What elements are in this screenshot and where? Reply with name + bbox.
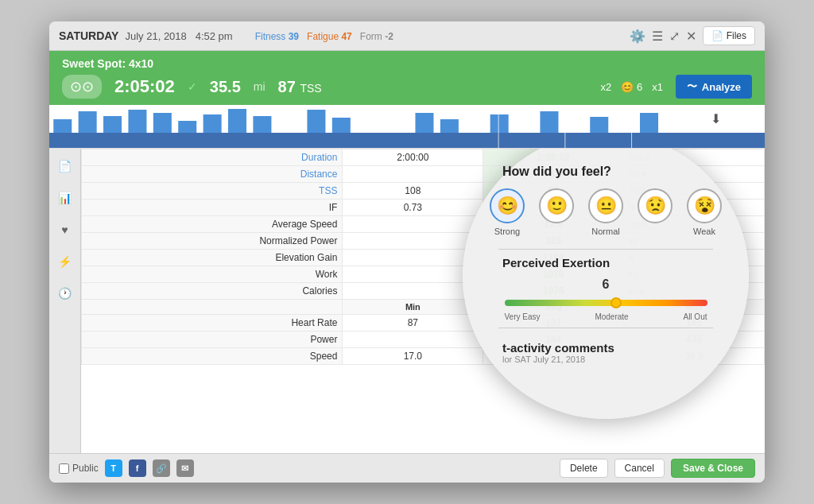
content-container: Duration 2:00:00 2:05:02 h:m:s Distance …: [81, 149, 765, 453]
svg-rect-13: [440, 119, 459, 133]
svg-rect-4: [128, 110, 146, 133]
tss-planned: 108: [343, 183, 483, 200]
public-checkbox-area[interactable]: Public: [59, 463, 99, 474]
if-label: IF: [82, 200, 343, 216]
post-activity-subtitle: lor SAT July 21, 2018: [502, 355, 585, 364]
workout-stats: ⊙⊙ 2:05:02 ✓ 35.5 mi 87 TSS x2 😊 6 x1 〜 …: [62, 75, 752, 99]
calories-label: Calories: [82, 283, 343, 300]
kudos-count: x2: [601, 81, 612, 93]
elevation-planned: [343, 250, 483, 266]
weak1-face[interactable]: 😟: [638, 188, 673, 223]
check-icon: ✓: [188, 80, 197, 93]
if-planned: 0.73: [343, 200, 483, 216]
sidebar-item-document[interactable]: 📄: [54, 155, 76, 177]
feeling-weak1[interactable]: 😟: [638, 188, 673, 227]
close-icon[interactable]: ✕: [686, 29, 696, 44]
svg-rect-16: [590, 117, 608, 133]
save-button[interactable]: Save & Close: [671, 459, 755, 478]
public-checkbox[interactable]: [59, 463, 69, 474]
hr-min: 87: [343, 315, 483, 331]
download-icon[interactable]: ⬇: [711, 111, 721, 126]
svg-rect-8: [228, 109, 246, 133]
empty-col: [82, 300, 343, 315]
delete-button[interactable]: Delete: [560, 459, 608, 478]
svg-rect-5: [153, 113, 172, 133]
settings-icon[interactable]: ⚙️: [630, 29, 645, 44]
expand-icon[interactable]: ⤢: [669, 29, 680, 44]
chat-count: x1: [652, 81, 663, 93]
post-activity-title: t-activity comments: [502, 341, 614, 355]
npower-label: Normalized Power: [82, 233, 343, 250]
form-label: Form -2: [360, 31, 393, 42]
files-icon: 📄: [711, 30, 723, 41]
bottom-bar: Public T f 🔗 ✉ Delete Cancel Save & Clos…: [49, 453, 765, 483]
email-icon[interactable]: ✉: [176, 459, 194, 477]
cancel-button[interactable]: Cancel: [614, 459, 665, 478]
npower-planned: [343, 233, 483, 250]
power-min: [343, 331, 483, 348]
svg-rect-3: [103, 116, 122, 133]
sidebar-item-heart[interactable]: ♥: [54, 219, 76, 241]
svg-rect-9: [253, 116, 271, 133]
hr-label: Heart Rate: [82, 315, 343, 331]
calories-planned: [343, 283, 483, 300]
work-label: Work: [82, 266, 343, 283]
label-moderate: Moderate: [595, 312, 628, 321]
exertion-thumb: [610, 297, 622, 308]
link-icon[interactable]: 🔗: [153, 459, 170, 477]
stat-tss: 87 TSS: [278, 78, 322, 96]
tss-label: TSS: [82, 183, 343, 200]
workout-name: Sweet Spot: 4x10: [62, 57, 752, 70]
normal-face[interactable]: 😐: [588, 188, 623, 223]
menu-icon[interactable]: ☰: [652, 29, 663, 44]
label-all-out: All Out: [683, 312, 707, 321]
sidebar-item-lightning[interactable]: ⚡: [54, 250, 76, 273]
comments-count: 😊 6: [621, 81, 642, 93]
fitness-stats: Fitness 39 Fatigue 47 Form -2: [255, 31, 393, 42]
speed-label: Speed: [82, 348, 343, 365]
fatigue-label: Fatigue 47: [307, 31, 355, 42]
duration-label: Duration: [82, 149, 343, 166]
exertion-bar-container[interactable]: [505, 297, 707, 309]
twitter-icon[interactable]: T: [105, 459, 122, 477]
svg-rect-14: [490, 114, 509, 133]
svg-rect-17: [640, 113, 658, 133]
divider2: [498, 328, 713, 328]
avgspeed-label: Average Speed: [82, 216, 343, 233]
strong-face[interactable]: 😊: [490, 188, 525, 223]
weak-label: Weak: [693, 227, 715, 236]
feeling-weak[interactable]: 😵 Weak: [687, 188, 722, 236]
workout-chart: [49, 105, 765, 149]
normal1-face[interactable]: 🙂: [539, 188, 574, 223]
files-button[interactable]: 📄 Files: [703, 26, 755, 45]
stat-duration: 2:05:02: [114, 76, 175, 97]
avgspeed-planned: [343, 216, 483, 233]
exertion-bar: [505, 300, 707, 306]
sidebar-item-clock[interactable]: 🕐: [54, 282, 76, 304]
feeling-normal1[interactable]: 🙂: [539, 188, 574, 227]
svg-rect-6: [178, 121, 196, 133]
title-bar: SATURDAY July 21, 2018 4:52 pm Fitness 3…: [49, 21, 765, 51]
weak-face[interactable]: 😵: [687, 188, 722, 223]
fitness-label: Fitness 39: [255, 31, 302, 42]
exertion-title: Perceived Exertion: [502, 256, 610, 269]
sidebar-item-chart[interactable]: 📊: [54, 187, 76, 209]
divider: [498, 249, 713, 250]
svg-rect-2: [79, 111, 97, 133]
feeling-strong[interactable]: 😊 Strong: [490, 188, 525, 236]
feeling-normal[interactable]: 😐 Normal: [588, 188, 623, 236]
svg-rect-12: [415, 113, 433, 133]
distance-unit: mi: [254, 80, 266, 93]
svg-rect-15: [540, 111, 558, 133]
duration-planned: 2:00:00: [343, 149, 483, 166]
distance-planned: [343, 166, 483, 183]
workout-header: Sweet Spot: 4x10 ⊙⊙ 2:05:02 ✓ 35.5 mi 87…: [49, 51, 765, 105]
power-label: Power: [82, 331, 343, 348]
strong-label: Strong: [494, 227, 520, 236]
feeling-options: 😊 Strong 🙂 😐 Normal 😟: [490, 188, 722, 236]
facebook-icon[interactable]: f: [129, 459, 146, 477]
svg-rect-10: [307, 110, 325, 133]
analyze-button[interactable]: 〜 Analyze: [676, 75, 752, 99]
label-very-easy: Very Easy: [505, 312, 541, 321]
svg-rect-1: [53, 119, 72, 133]
